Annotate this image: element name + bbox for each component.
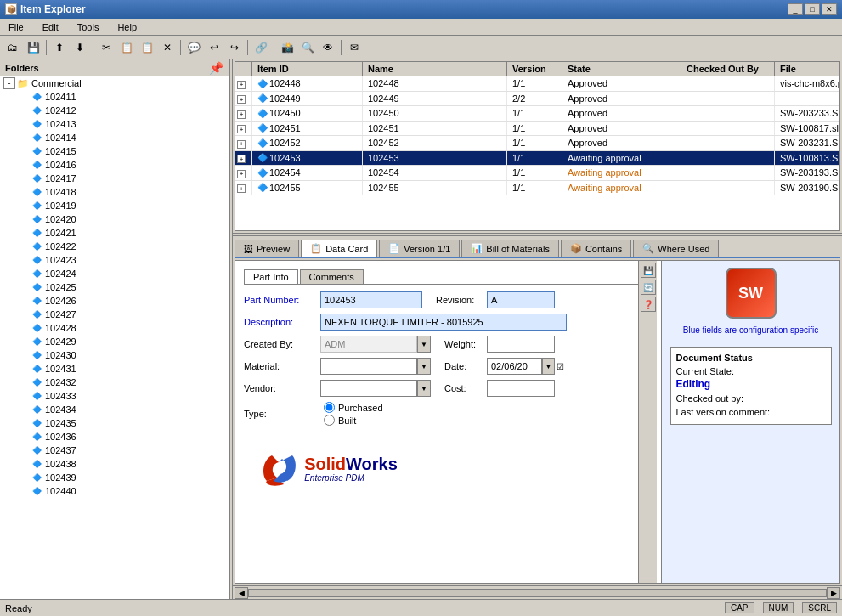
tree-item-102415[interactable]: 🔷 102415 <box>0 144 229 158</box>
grid-col-expand[interactable] <box>235 62 252 76</box>
table-row[interactable]: + 🔷 102449 102449 2/2 Approved <box>235 92 839 107</box>
tree-item-102412[interactable]: 🔷 102412 <box>0 104 229 117</box>
toolbar-btn-4[interactable]: ⬇ <box>71 38 89 57</box>
grid-col-checked[interactable]: Checked Out By <box>681 62 775 76</box>
tab-contains[interactable]: 📦 Contains <box>561 240 631 257</box>
toolbar-btn-cut[interactable]: ✂ <box>97 38 116 57</box>
tree-item-102433[interactable]: 🔷 102433 <box>0 389 229 403</box>
tree-item-root[interactable]: - 📁 Commercial <box>0 76 229 90</box>
row-expand-102452[interactable]: + <box>235 136 252 150</box>
row-expand-102449[interactable]: + <box>235 92 252 106</box>
tab-bom[interactable]: 📊 Bill of Materials <box>461 240 559 257</box>
tree-item-102420[interactable]: 🔷 102420 <box>0 212 229 226</box>
partnumber-input[interactable] <box>320 291 422 308</box>
radio-built-input[interactable] <box>324 415 335 426</box>
right-tool-help[interactable]: ❓ <box>641 297 656 312</box>
row-expand-102451[interactable]: + <box>235 122 252 136</box>
minimize-button[interactable]: _ <box>788 3 803 15</box>
cost-input[interactable] <box>487 380 555 397</box>
toolbar-btn-3[interactable]: ⬆ <box>50 38 69 57</box>
tab-preview[interactable]: 🖼 Preview <box>235 240 299 257</box>
tree-item-102435[interactable]: 🔷 102435 <box>0 416 229 430</box>
radio-purchased[interactable]: Purchased <box>324 402 383 413</box>
hscroll-right[interactable]: ▶ <box>827 587 840 599</box>
tree-item-102434[interactable]: 🔷 102434 <box>0 403 229 416</box>
toolbar-btn-search[interactable]: 🔍 <box>298 38 317 57</box>
tree-item-102419[interactable]: 🔷 102419 <box>0 199 229 212</box>
sidebar-tree[interactable]: - 📁 Commercial 🔷 102411 🔷 102412 🔷 10241… <box>0 76 229 599</box>
menu-edit[interactable]: Edit <box>37 20 64 34</box>
maximize-button[interactable]: □ <box>805 3 820 15</box>
toolbar-btn-link[interactable]: 🔗 <box>251 38 270 57</box>
title-bar-controls[interactable]: _ □ ✕ <box>788 3 837 15</box>
hscroll-track[interactable] <box>248 589 827 597</box>
toolbar-btn-mail[interactable]: ✉ <box>345 38 364 57</box>
sub-tab-partinfo[interactable]: Part Info <box>244 269 298 284</box>
tree-item-102425[interactable]: 🔷 102425 <box>0 280 229 294</box>
tree-item-102421[interactable]: 🔷 102421 <box>0 226 229 240</box>
toolbar-btn-snapshot[interactable]: 📸 <box>278 38 297 57</box>
date-input[interactable] <box>487 358 542 375</box>
tab-version[interactable]: 📄 Version 1/1 <box>379 240 460 257</box>
tree-item-102414[interactable]: 🔷 102414 <box>0 131 229 144</box>
vendor-dropdown[interactable]: ▼ <box>417 380 431 397</box>
tree-item-102424[interactable]: 🔷 102424 <box>0 267 229 280</box>
tree-item-102427[interactable]: 🔷 102427 <box>0 308 229 321</box>
row-expand-102454[interactable]: + <box>235 166 252 180</box>
vendor-input[interactable] <box>320 380 417 397</box>
row-expand-102450[interactable]: + <box>235 106 252 121</box>
tree-item-102440[interactable]: 🔷 102440 <box>0 484 229 498</box>
sidebar-pin-button[interactable]: 📌 <box>209 61 223 75</box>
toolbar-btn-1[interactable]: 🗂 <box>3 38 22 57</box>
tree-item-102432[interactable]: 🔷 102432 <box>0 376 229 389</box>
toolbar-btn-redo[interactable]: ↪ <box>225 38 244 57</box>
tab-datacard[interactable]: 📋 Data Card <box>301 240 377 257</box>
toolbar-btn-2[interactable]: 💾 <box>24 38 42 57</box>
material-input[interactable] <box>320 358 417 375</box>
tree-item-102426[interactable]: 🔷 102426 <box>0 294 229 308</box>
right-tool-save[interactable]: 💾 <box>641 263 656 278</box>
toolbar-btn-delete[interactable]: ✕ <box>158 38 177 57</box>
table-row[interactable]: + 🔷 102451 102451 1/1 Approved SW-100817… <box>235 122 839 137</box>
tree-item-102411[interactable]: 🔷 102411 <box>0 90 229 104</box>
weight-input[interactable] <box>487 336 555 353</box>
tree-item-102429[interactable]: 🔷 102429 <box>0 335 229 348</box>
toolbar-btn-view[interactable]: 👁 <box>319 38 337 57</box>
table-row[interactable]: + 🔷 102453 102453 1/1 Awaiting approval … <box>235 151 839 167</box>
date-dropdown[interactable]: ▼ <box>542 358 555 375</box>
tree-item-102431[interactable]: 🔷 102431 <box>0 362 229 376</box>
row-expand-102448[interactable]: + <box>235 76 252 91</box>
grid-col-file[interactable]: File <box>775 62 839 76</box>
tree-item-102438[interactable]: 🔷 102438 <box>0 457 229 471</box>
menu-help[interactable]: Help <box>112 20 142 34</box>
table-row[interactable]: + 🔷 102454 102454 1/1 Awaiting approval … <box>235 166 839 181</box>
tree-item-102428[interactable]: 🔷 102428 <box>0 321 229 335</box>
description-input[interactable] <box>320 314 567 331</box>
createdby-dropdown[interactable]: ▼ <box>417 336 431 353</box>
row-expand-102455[interactable]: + <box>235 181 252 195</box>
material-dropdown[interactable]: ▼ <box>417 358 431 375</box>
tree-item-102422[interactable]: 🔷 102422 <box>0 240 229 253</box>
tree-item-102423[interactable]: 🔷 102423 <box>0 253 229 267</box>
table-row[interactable]: + 🔷 102452 102452 1/1 Approved SW-203231… <box>235 136 839 151</box>
tree-item-102436[interactable]: 🔷 102436 <box>0 430 229 444</box>
sub-tab-comments[interactable]: Comments <box>300 269 364 284</box>
toolbar-btn-copy[interactable]: 📋 <box>117 38 136 57</box>
date-checkbox[interactable]: ☑ <box>557 362 564 371</box>
tree-item-102416[interactable]: 🔷 102416 <box>0 158 229 172</box>
menu-tools[interactable]: Tools <box>72 20 105 34</box>
revision-input[interactable] <box>487 291 555 308</box>
toolbar-btn-undo[interactable]: ↩ <box>205 38 223 57</box>
grid-col-id[interactable]: Item ID <box>252 62 363 76</box>
grid-col-name[interactable]: Name <box>363 62 507 76</box>
row-expand-102453[interactable]: + <box>235 151 252 166</box>
toolbar-btn-paste[interactable]: 📋 <box>138 38 156 57</box>
tree-item-102437[interactable]: 🔷 102437 <box>0 444 229 457</box>
table-row[interactable]: + 🔷 102450 102450 1/1 Approved SW-203233… <box>235 106 839 122</box>
toolbar-btn-comment[interactable]: 💬 <box>184 38 203 57</box>
table-row[interactable]: + 🔷 102448 102448 1/1 Approved vis-chc-m… <box>235 76 839 92</box>
tree-item-102439[interactable]: 🔷 102439 <box>0 471 229 484</box>
radio-built[interactable]: Built <box>324 415 383 426</box>
table-row[interactable]: + 🔷 102455 102455 1/1 Awaiting approval … <box>235 181 839 196</box>
grid-col-version[interactable]: Version <box>507 62 562 76</box>
